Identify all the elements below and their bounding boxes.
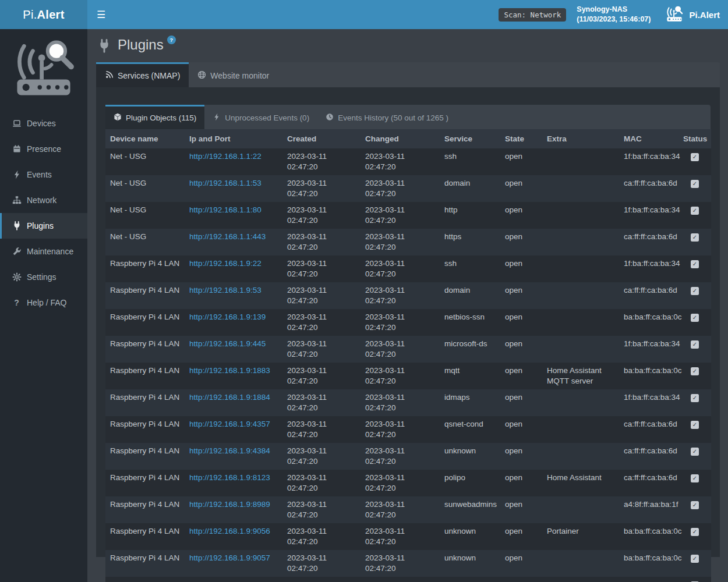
gear-icon — [12, 272, 22, 282]
ip-port-cell: http://192.168.1.9:9057 — [185, 550, 282, 577]
ip-port-link[interactable]: http://192.168.1.9:1884 — [189, 393, 270, 402]
ip-port-cell: http://192.168.1.9:53 — [185, 282, 282, 309]
status-checkbox-checked-icon[interactable]: ✓ — [691, 153, 699, 161]
ip-port-link[interactable]: http://192.168.1.9:8989 — [189, 500, 270, 509]
status-checkbox-checked-icon[interactable]: ✓ — [691, 180, 699, 188]
app-logo-suffix: Alert — [37, 8, 65, 22]
ip-port-link[interactable]: http://192.168.1.1:80 — [189, 205, 261, 214]
status-cell: ✓ — [678, 148, 711, 175]
sidebar-item-presence[interactable]: Presence — [0, 136, 87, 162]
tab-events-history-50-out-of-1265[interactable]: Events History (50 out of 1265 ) — [317, 105, 457, 129]
sidebar-item-settings[interactable]: Settings — [0, 264, 87, 290]
sidebar-item-network[interactable]: Network — [0, 187, 87, 213]
status-checkbox-checked-icon[interactable]: ✓ — [691, 421, 699, 429]
column-header-mac[interactable]: MAC — [619, 129, 678, 148]
created-cell: 2023-03-11 02:47:20 — [282, 202, 361, 229]
state-cell: open — [500, 309, 542, 336]
sidebar: DevicesPresenceEventsNetworkPluginsMaint… — [0, 29, 87, 582]
column-header-created[interactable]: Created — [282, 129, 361, 148]
changed-cell: 2023-03-11 02:47:20 — [361, 255, 440, 282]
extra-cell — [542, 443, 619, 470]
status-checkbox-checked-icon[interactable]: ✓ — [691, 501, 699, 509]
changed-cell: 2023-03-11 02:47:20 — [361, 309, 440, 336]
status-checkbox-checked-icon[interactable]: ✓ — [691, 260, 699, 268]
column-header-device-name[interactable]: Device name — [105, 129, 185, 148]
service-cell: microsoft-ds — [440, 336, 500, 363]
status-cell: ✓ — [678, 496, 711, 523]
column-header-changed[interactable]: Changed — [361, 129, 440, 148]
status-checkbox-checked-icon[interactable]: ✓ — [691, 207, 699, 215]
column-header-status[interactable]: Status — [678, 129, 711, 148]
ip-port-cell: http://192.168.1.9:9056 — [185, 523, 282, 550]
sidebar-item-label: Help / FAQ — [27, 298, 66, 307]
status-cell: ✓ — [678, 336, 711, 363]
status-cell: ✓ — [678, 470, 711, 496]
column-header-extra[interactable]: Extra — [542, 129, 619, 148]
extra-cell — [542, 416, 619, 443]
changed-cell: 2023-03-11 02:47:20 — [361, 336, 440, 363]
extra-cell — [542, 282, 619, 309]
status-checkbox-checked-icon[interactable]: ✓ — [691, 555, 699, 563]
help-badge[interactable]: ? — [167, 36, 176, 44]
tab-website-monitor[interactable]: Website monitor — [189, 62, 278, 87]
status-checkbox-checked-icon[interactable]: ✓ — [691, 528, 699, 536]
sidebar-item-maintenance[interactable]: Maintenance — [0, 239, 87, 264]
ip-port-link[interactable]: http://192.168.1.1:22 — [189, 152, 261, 161]
sidebar-item-help-faq[interactable]: ?Help / FAQ — [0, 290, 87, 315]
app-logo[interactable]: Pi.Alert — [0, 0, 87, 29]
tab-services-nmap[interactable]: Services (NMAP) — [96, 62, 189, 87]
sidebar-item-label: Maintenance — [27, 247, 73, 256]
sidebar-item-plugins[interactable]: Plugins — [0, 213, 87, 239]
extra-cell: Portainer — [542, 523, 619, 550]
sidebar-toggle-icon[interactable]: ☰ — [87, 0, 115, 29]
device-name-cell: Net - USG — [105, 175, 185, 202]
column-header-service[interactable]: Service — [440, 129, 500, 148]
sidebar-item-devices[interactable]: Devices — [0, 111, 87, 136]
ip-port-link[interactable]: http://192.168.1.9:139 — [189, 313, 266, 321]
column-header-state[interactable]: State — [500, 129, 542, 148]
status-checkbox-checked-icon[interactable]: ✓ — [691, 448, 699, 456]
ip-port-link[interactable]: http://192.168.1.9:445 — [189, 339, 266, 348]
device-name-cell: Raspberry Pi 4 LAN — [105, 255, 185, 282]
created-cell: 2023-03-11 02:47:20 — [282, 229, 361, 255]
state-cell: open — [500, 175, 542, 202]
status-checkbox-checked-icon[interactable]: ✓ — [691, 367, 699, 375]
sidebar-item-label: Network — [27, 196, 56, 205]
status-checkbox-checked-icon[interactable]: ✓ — [691, 340, 699, 349]
mac-cell: ca:ff:ff:ca:ba:6d — [619, 229, 678, 255]
sidebar-logo-image — [0, 29, 87, 106]
extra-cell — [542, 550, 619, 577]
mac-cell: a4:8f:ff:aa:ba:1f — [619, 496, 678, 523]
status-checkbox-checked-icon[interactable]: ✓ — [691, 394, 699, 402]
ip-port-link[interactable]: http://192.168.1.9:22 — [189, 259, 261, 268]
ip-port-link[interactable]: http://192.168.1.1:53 — [189, 179, 261, 187]
sidebar-item-label: Events — [27, 170, 52, 179]
tab-unprocessed-events-0[interactable]: Unprocessed Events (0) — [204, 105, 317, 129]
tab-plugin-objects-115[interactable]: Plugin Objects (115) — [105, 105, 204, 129]
ip-port-link[interactable]: http://192.168.1.9:4384 — [189, 446, 270, 455]
ip-port-link[interactable]: http://192.168.1.9:8123 — [189, 473, 270, 482]
status-checkbox-checked-icon[interactable]: ✓ — [691, 233, 699, 242]
plugin-objects-table: Device nameIp and PortCreatedChangedServ… — [105, 129, 711, 582]
ip-port-cell: http://192.168.1.9:8989 — [185, 496, 282, 523]
service-cell: unknown — [440, 523, 500, 550]
ip-port-link[interactable]: http://192.168.1.9:1883 — [189, 366, 270, 375]
service-cell: domain — [440, 282, 500, 309]
host-timestamp: (11/03/2023, 15:46:07) — [577, 15, 651, 24]
bolt-icon — [12, 170, 22, 180]
ip-port-link[interactable]: http://192.168.1.9:9057 — [189, 553, 270, 562]
ip-port-link[interactable]: http://192.168.1.9:53 — [189, 286, 261, 294]
device-name-cell: Raspberry Pi 4 LAN — [105, 443, 185, 470]
changed-cell: 2023-03-11 02:47:20 — [361, 389, 440, 416]
state-cell: open — [500, 282, 542, 309]
ip-port-link[interactable]: http://192.168.1.9:4357 — [189, 420, 270, 428]
top-navbar: Pi.Alert ☰ Scan: Network Synology-NAS (1… — [0, 0, 728, 29]
status-checkbox-checked-icon[interactable]: ✓ — [691, 314, 699, 322]
status-checkbox-checked-icon[interactable]: ✓ — [691, 474, 699, 482]
plug-icon — [97, 38, 111, 54]
ip-port-link[interactable]: http://192.168.1.1:443 — [189, 232, 266, 241]
sidebar-item-events[interactable]: Events — [0, 162, 87, 187]
ip-port-link[interactable]: http://192.168.1.9:9056 — [189, 527, 270, 535]
column-header-ip-and-port[interactable]: Ip and Port — [185, 129, 282, 148]
status-checkbox-checked-icon[interactable]: ✓ — [691, 287, 699, 295]
